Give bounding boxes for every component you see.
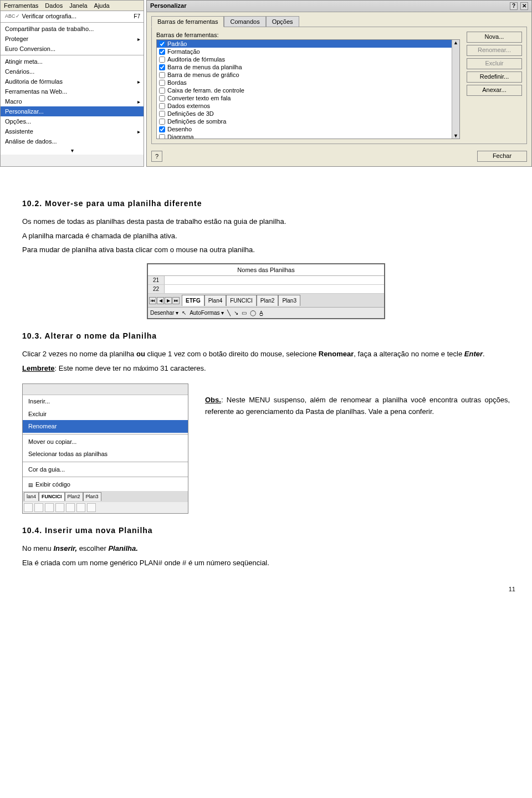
sheet-tab[interactable]: Plan4 (204, 295, 227, 306)
tb-check[interactable] (159, 80, 165, 86)
tb-item[interactable]: Diagrama (157, 133, 459, 139)
toolbar-icon[interactable] (87, 503, 96, 512)
menu-euro[interactable]: Euro Conversion... (1, 44, 144, 54)
menu-goal[interactable]: Atingir meta... (1, 57, 144, 66)
sheet-tab[interactable]: Plan3 (278, 295, 300, 306)
tb-item[interactable]: Caixa de ferram. de controle (157, 86, 459, 94)
menu-personalize[interactable]: Personalizar... (1, 106, 144, 116)
ctx-rename[interactable]: Renomear (23, 420, 188, 433)
lembrete-label: Lembrete (22, 364, 55, 372)
first-sheet-icon[interactable]: ⏮ (149, 297, 156, 304)
sheet-tab[interactable]: lan4 (24, 492, 39, 502)
draw-menu[interactable]: Desenhar ▾ (150, 309, 178, 317)
tb-check[interactable] (159, 134, 165, 140)
menu-protect[interactable]: Proteger (1, 34, 144, 44)
toolbar-icon[interactable] (45, 503, 54, 512)
tb-check[interactable] (159, 49, 165, 55)
menu-ferramentas[interactable]: Ferramentas (1, 1, 42, 11)
ctx-select-all[interactable]: Selecionar todas as planilhas (23, 448, 188, 461)
menu-audit[interactable]: Auditoria de fórmulas (1, 76, 144, 86)
toolbar-icon[interactable] (76, 503, 85, 512)
toolbars-listbox[interactable]: Padrão Formatação Auditoria de fórmulas … (156, 39, 460, 139)
sheet-tab[interactable]: Plan2 (65, 492, 83, 502)
line-icon[interactable]: ╲ (227, 309, 231, 317)
tb-check[interactable] (159, 88, 165, 94)
dialog-help-icon[interactable]: ? (151, 151, 162, 162)
arrow-icon[interactable]: ↘ (234, 309, 238, 317)
menu-dados[interactable]: Dados (42, 1, 66, 11)
tab-commands[interactable]: Comandos (224, 16, 265, 27)
menu-analysis[interactable]: Análise de dados... (1, 136, 144, 146)
listbox-scrollbar[interactable]: ▲▼ (452, 40, 459, 139)
scroll-up-icon[interactable]: ▲ (453, 40, 458, 45)
rect-icon[interactable]: ▭ (242, 309, 247, 317)
tb-item-padrao[interactable]: Padrão (157, 40, 459, 48)
tb-item[interactable]: Definições de 3D (157, 110, 459, 117)
sheet-tab-etfg[interactable]: ETFG (182, 295, 204, 306)
toolbar-icon[interactable] (24, 503, 33, 512)
help-icon[interactable]: ? (510, 2, 518, 10)
tb-check[interactable] (159, 111, 165, 117)
reset-button[interactable]: Redefinir... (467, 71, 522, 83)
ctx-tab-color[interactable]: Cor da guia... (23, 463, 188, 476)
next-sheet-icon[interactable]: ▶ (165, 297, 172, 304)
sheet-tab[interactable]: Plan2 (257, 295, 279, 306)
menu-spellcheck[interactable]: ABC✓ Verificar ortografia... F7 (1, 11, 144, 21)
prev-sheet-icon[interactable]: ◀ (157, 297, 164, 304)
menu-expand-chevron-icon[interactable]: ▾ (1, 146, 144, 155)
oval-icon[interactable]: ◯ (250, 309, 256, 317)
tb-item[interactable]: Barra de menus da planilha (157, 63, 459, 71)
tab-options[interactable]: Opções (266, 16, 299, 27)
tb-item[interactable]: Definições de sombra (157, 117, 459, 125)
tb-check[interactable] (159, 72, 165, 78)
tb-item[interactable]: Converter texto em fala (157, 94, 459, 102)
tb-check[interactable] (159, 64, 165, 70)
menu-options[interactable]: Opções... (1, 116, 144, 126)
sheet-tab[interactable]: FUNCICI (39, 492, 65, 502)
menu-assistant[interactable]: Assistente (1, 126, 144, 136)
sheet-tab[interactable]: Plan3 (83, 492, 101, 502)
tb-check[interactable] (159, 103, 165, 109)
obs-box: Obs.: Neste MENU suspenso, além de renom… (205, 383, 510, 418)
tb-check[interactable] (159, 57, 165, 63)
tb-item[interactable]: Dados externos (157, 102, 459, 110)
ctx-view-code[interactable]: ▤Exibir código (23, 478, 188, 491)
autoshapes-menu[interactable]: AutoFormas ▾ (190, 309, 224, 317)
textbox-icon[interactable]: A̲ (259, 309, 263, 317)
tab-toolbars[interactable]: Barras de ferramentas (151, 16, 224, 27)
tb-check[interactable] (159, 119, 165, 125)
menu-janela[interactable]: Janela (66, 1, 90, 11)
scroll-down-icon[interactable]: ▼ (453, 133, 458, 139)
menu-separator (1, 55, 144, 55)
tb-check[interactable] (159, 95, 165, 101)
text-bold-italic: Inserir, (53, 544, 77, 553)
tb-check[interactable] (159, 126, 165, 132)
menu-webtools[interactable]: Ferramentas na Web... (1, 86, 144, 96)
new-button[interactable]: Nova... (467, 32, 522, 43)
ctx-delete[interactable]: Excluir (23, 408, 188, 421)
menu-macro[interactable]: Macro (1, 96, 144, 106)
ctx-insert[interactable]: Inserir... (23, 395, 188, 408)
toolbar-icon[interactable] (34, 503, 43, 512)
close-icon[interactable]: ✕ (520, 2, 528, 10)
tb-item[interactable]: Formatação (157, 48, 459, 55)
last-sheet-icon[interactable]: ⏭ (172, 297, 180, 304)
sheet-nav-arrows[interactable]: ⏮ ◀ ▶ ⏭ (149, 297, 180, 304)
tb-check[interactable] (159, 41, 165, 47)
tb-item[interactable]: Auditoria de fórmulas (157, 55, 459, 63)
rename-button[interactable]: Renomear... (467, 45, 522, 56)
menu-scenarios[interactable]: Cenários... (1, 66, 144, 76)
tb-item[interactable]: Bordas (157, 79, 459, 86)
ctx-move[interactable]: Mover ou copiar... (23, 436, 188, 448)
delete-button[interactable]: Excluir (467, 58, 522, 69)
tb-item[interactable]: Barra de menus de gráfico (157, 71, 459, 79)
tb-item[interactable]: Desenho (157, 125, 459, 133)
attach-button[interactable]: Anexar... (467, 85, 522, 96)
close-button[interactable]: Fechar (477, 151, 527, 162)
pointer-icon[interactable]: ↖ (182, 309, 186, 317)
toolbar-icon[interactable] (66, 503, 75, 512)
menu-share[interactable]: Compartilhar pasta de trabalho... (1, 24, 144, 34)
menu-ajuda[interactable]: Ajuda (91, 1, 113, 11)
toolbar-icon[interactable] (55, 503, 64, 512)
sheet-tab[interactable]: FUNCICI (226, 295, 257, 306)
